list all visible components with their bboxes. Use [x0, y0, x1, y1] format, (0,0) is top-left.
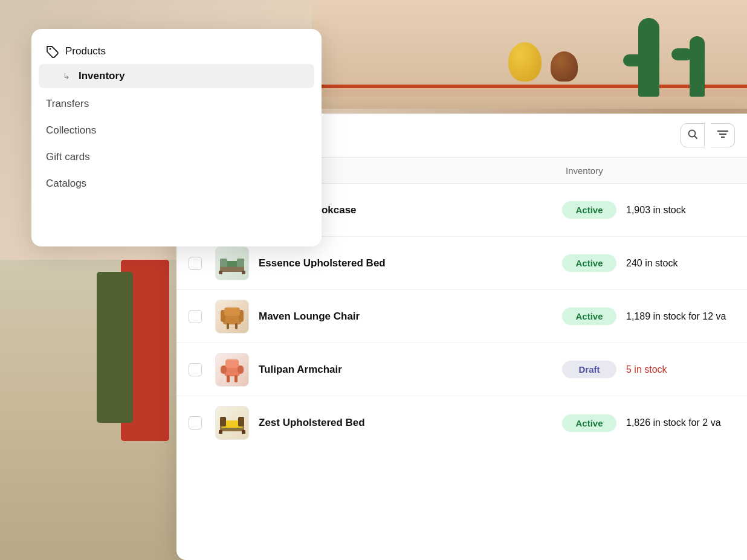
nav-catalogs-item[interactable]: Catalogs	[31, 170, 322, 197]
svg-rect-22	[235, 323, 238, 329]
svg-rect-14	[242, 271, 245, 274]
status-badge-3: Draft	[562, 361, 616, 378]
product-thumb-2	[215, 300, 249, 333]
vase-brown	[551, 51, 578, 82]
checkbox-2[interactable]	[189, 310, 202, 323]
nav-giftcards-item[interactable]: Gift cards	[31, 144, 322, 170]
row-checkbox-4[interactable]	[189, 416, 205, 430]
sidebar-panel: Products ↳ Inventory Transfers Collectio…	[31, 29, 322, 246]
svg-rect-15	[220, 259, 227, 267]
nav-inventory-label: Inventory	[79, 70, 125, 82]
nav-transfers-item[interactable]: Transfers	[31, 91, 322, 117]
filter-lines-icon	[717, 130, 728, 141]
checkbox-3[interactable]	[189, 363, 202, 376]
nav-products-label: Products	[65, 45, 106, 57]
svg-rect-34	[238, 417, 244, 426]
tag-icon	[46, 45, 59, 58]
table-row[interactable]: Tulipan Armchair Draft 5 in stock	[176, 343, 747, 396]
nav-products-row: Products	[31, 39, 322, 64]
status-badge-4: Active	[562, 414, 616, 432]
row-checkbox-2[interactable]	[189, 310, 205, 323]
status-badge-1: Active	[562, 254, 616, 272]
product-thumb-3	[215, 353, 249, 387]
inventory-label: Inventory	[566, 166, 603, 176]
product-thumb-1	[215, 246, 249, 280]
product-name-1: Essence Upholstered Bed	[259, 257, 552, 269]
status-badge-2: Active	[562, 307, 616, 325]
filter-icon-button[interactable]	[711, 123, 735, 147]
product-name-4: Zest Upholstered Bed	[259, 417, 552, 429]
svg-rect-31	[219, 430, 222, 434]
product-name-3: Tulipan Armchair	[259, 364, 552, 376]
nav-collections-item[interactable]: Collections	[31, 117, 322, 144]
stock-text-3: 5 in stock	[626, 364, 735, 375]
stock-text-1: 240 in stock	[626, 258, 735, 269]
row-checkbox-1[interactable]	[189, 257, 205, 270]
svg-rect-28	[234, 375, 238, 382]
cactus-decoration	[602, 0, 711, 97]
search-icon	[687, 129, 698, 143]
nav-arrow-icon: ↳	[63, 71, 70, 81]
row-checkbox-3[interactable]	[189, 363, 205, 376]
checkbox-1[interactable]	[189, 257, 202, 270]
inventory-column-header: Inventory	[566, 166, 735, 176]
vase-yellow	[508, 42, 542, 82]
stock-text-4: 1,826 in stock for 2 va	[626, 417, 735, 428]
status-badge-0: Active	[562, 201, 616, 219]
product-thumb-4	[215, 406, 249, 440]
svg-rect-32	[242, 430, 245, 434]
svg-rect-33	[220, 417, 226, 426]
search-button[interactable]	[681, 123, 705, 147]
checkbox-4[interactable]	[189, 416, 202, 430]
nav-inventory-item[interactable]: ↳ Inventory	[39, 64, 314, 88]
svg-rect-21	[227, 323, 229, 329]
product-name-2: Maven Lounge Chair	[259, 311, 552, 323]
stock-text-0: 1,903 in stock	[626, 205, 735, 216]
svg-rect-25	[238, 365, 244, 374]
svg-rect-27	[227, 375, 230, 382]
svg-rect-26	[225, 359, 239, 368]
svg-rect-20	[224, 307, 240, 316]
svg-rect-16	[237, 259, 244, 267]
svg-point-0	[50, 48, 51, 50]
stock-text-2: 1,189 in stock for 12 va	[626, 311, 735, 322]
table-row[interactable]: Maven Lounge Chair Active 1,189 in stock…	[176, 290, 747, 343]
table-row[interactable]: Zest Upholstered Bed Active 1,826 in sto…	[176, 396, 747, 449]
svg-rect-13	[219, 271, 222, 274]
svg-rect-24	[221, 365, 227, 374]
svg-line-2	[694, 136, 697, 138]
